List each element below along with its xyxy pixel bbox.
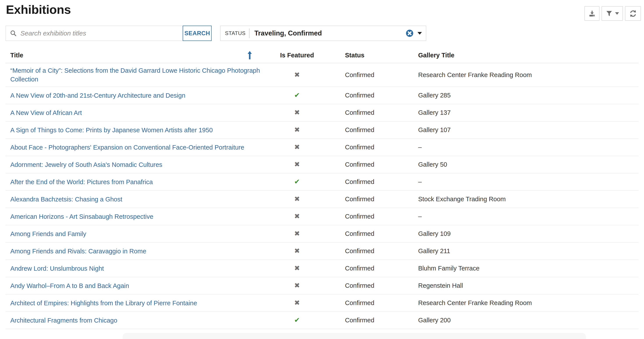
title-cell: Alexandra Bachzetsis: Chasing a Ghost <box>6 192 273 206</box>
gallery-title-value: Gallery 211 <box>418 248 450 254</box>
check-icon: ✔ <box>278 178 316 185</box>
search-button[interactable]: SEARCH <box>183 26 212 41</box>
is-featured-cell: ✔ <box>273 92 342 99</box>
title-cell: Architect of Empires: Highlights from th… <box>6 296 273 310</box>
gallery-title-cell: Gallery 211 <box>416 248 638 255</box>
column-header-gallery-title[interactable]: Gallery Title <box>416 52 638 59</box>
is-featured-cell: ✖ <box>273 161 342 168</box>
status-value: Confirmed <box>345 299 374 306</box>
status-cell: Confirmed <box>342 282 416 289</box>
exhibition-title-link[interactable]: Andrew Lord: Unslumbrous Night <box>10 261 104 276</box>
table-row: Architect of Empires: Highlights from th… <box>6 294 638 312</box>
exhibition-title-link[interactable]: American Horizons - Art Sinsabaugh Retro… <box>10 209 153 224</box>
clear-filter-button[interactable] <box>406 29 414 37</box>
is-featured-cell: ✖ <box>273 248 342 255</box>
column-header-is-featured[interactable]: Is Featured <box>273 52 342 59</box>
toolbar <box>584 6 641 21</box>
download-button[interactable] <box>584 6 600 21</box>
exhibition-title-link[interactable]: Among Friends and Family <box>10 227 86 241</box>
filter-button[interactable] <box>602 6 623 21</box>
exhibition-title-link[interactable]: Alexandra Bachzetsis: Chasing a Ghost <box>10 192 122 206</box>
sort-ascending-arrow-icon[interactable] <box>247 50 252 60</box>
title-cell: Among Friends and Rivals: Caravaggio in … <box>6 244 273 258</box>
gallery-title-value: – <box>418 178 422 185</box>
exhibition-title-link[interactable]: After the End of the World: Pictures fro… <box>10 175 153 189</box>
refresh-button[interactable] <box>625 6 641 21</box>
status-value: Confirmed <box>345 317 374 324</box>
loading-shimmer <box>123 333 586 339</box>
column-header-status[interactable]: Status <box>342 52 416 59</box>
exhibition-title-link[interactable]: A Sign of Things to Come: Prints by Japa… <box>10 123 213 137</box>
title-cell: A Sign of Things to Come: Prints by Japa… <box>6 123 273 137</box>
exhibition-title-link[interactable]: Andy Warhol–From A to B and Back Again <box>10 278 129 293</box>
x-icon: ✖ <box>278 196 316 202</box>
table-row: Among Friends and Rivals: Caravaggio in … <box>6 243 638 260</box>
check-icon: ✔ <box>278 317 316 324</box>
column-header-title[interactable]: Title <box>6 50 273 60</box>
gallery-title-cell: – <box>416 144 638 151</box>
title-cell: Andy Warhol–From A to B and Back Again <box>6 278 273 293</box>
status-filter-dropdown[interactable]: STATUS Traveling, Confirmed <box>220 26 426 41</box>
status-value: Confirmed <box>345 282 374 289</box>
gallery-title-value: – <box>418 144 422 151</box>
table-header: Title Is Featured Status Gallery Title <box>6 48 638 63</box>
status-cell: Confirmed <box>342 144 416 151</box>
status-cell: Confirmed <box>342 248 416 255</box>
exhibition-title-link[interactable]: A New View of African Art <box>10 106 82 120</box>
caret-down-icon <box>615 12 619 15</box>
exhibition-title-link[interactable]: Architect of Empires: Highlights from th… <box>10 296 197 310</box>
x-icon: ✖ <box>278 213 316 220</box>
search-input[interactable] <box>20 26 182 40</box>
status-value: Confirmed <box>345 126 374 133</box>
status-cell: Confirmed <box>342 317 416 324</box>
exhibition-title-link[interactable]: Architectural Fragments from Chicago <box>10 313 117 328</box>
gallery-title-value: Stock Exchange Trading Room <box>418 196 506 202</box>
exhibition-title-link[interactable]: “Memoir of a City”: Selections from the … <box>10 63 260 86</box>
x-icon: ✖ <box>278 72 316 78</box>
table-row: A Sign of Things to Come: Prints by Japa… <box>6 122 638 139</box>
gallery-title-value: Bluhm Family Terrace <box>418 265 480 272</box>
status-value: Confirmed <box>345 265 374 272</box>
column-header-status-label: Status <box>345 52 364 59</box>
title-cell: A New View of African Art <box>6 106 273 120</box>
is-featured-cell: ✖ <box>273 109 342 116</box>
check-icon: ✔ <box>278 92 316 98</box>
is-featured-cell: ✖ <box>273 299 342 306</box>
gallery-title-value: Gallery 285 <box>418 92 450 99</box>
status-cell: Confirmed <box>342 109 416 116</box>
gallery-title-cell: Research Center Franke Reading Room <box>416 72 638 78</box>
filter-icon <box>606 10 613 17</box>
gallery-title-cell: – <box>416 178 638 186</box>
exhibitions-table: Title Is Featured Status Gallery Title “… <box>6 48 638 329</box>
status-cell: Confirmed <box>342 213 416 220</box>
clear-circle-x-icon <box>406 29 414 37</box>
is-featured-cell: ✖ <box>273 72 342 78</box>
page-title: Exhibitions <box>6 2 638 17</box>
status-cell: Confirmed <box>342 92 416 99</box>
exhibition-title-link[interactable]: About Face - Photographers' Expansion on… <box>10 140 244 154</box>
exhibition-title-link[interactable]: Among Friends and Rivals: Caravaggio in … <box>10 244 146 258</box>
is-featured-cell: ✔ <box>273 317 342 324</box>
column-header-title-label: Title <box>10 52 23 59</box>
exhibition-title-link[interactable]: A New View of 20th-and 21st-Century Arch… <box>10 88 185 103</box>
x-icon: ✖ <box>278 230 316 237</box>
is-featured-cell: ✔ <box>273 178 342 186</box>
is-featured-cell: ✖ <box>273 265 342 272</box>
gallery-title-value: – <box>418 213 422 220</box>
divider <box>249 28 250 38</box>
table-row: After the End of the World: Pictures fro… <box>6 174 638 191</box>
status-value: Confirmed <box>345 213 374 220</box>
status-value: Confirmed <box>345 230 374 237</box>
exhibition-title-link[interactable]: Adornment: Jewelry of South Asia's Nomad… <box>10 158 162 172</box>
x-icon: ✖ <box>278 109 316 116</box>
table-body: “Memoir of a City”: Selections from the … <box>6 63 638 329</box>
table-row: American Horizons - Art Sinsabaugh Retro… <box>6 208 638 225</box>
gallery-title-value: Research Center Franke Reading Room <box>418 299 532 306</box>
search-icon <box>10 30 17 37</box>
is-featured-cell: ✖ <box>273 213 342 220</box>
gallery-title-cell: Gallery 137 <box>416 109 638 116</box>
status-cell: Confirmed <box>342 178 416 186</box>
search-box <box>6 26 183 41</box>
gallery-title-value: Gallery 107 <box>418 126 450 133</box>
title-cell: A New View of 20th-and 21st-Century Arch… <box>6 88 273 103</box>
